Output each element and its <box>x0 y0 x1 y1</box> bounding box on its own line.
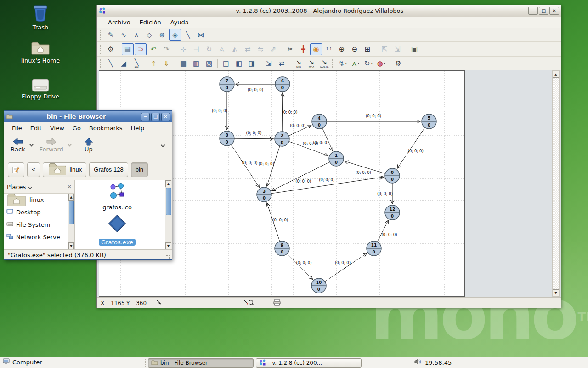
files-scrollbar[interactable]: ▲ ▼ <box>165 180 172 249</box>
places-scroll-down[interactable]: ▼ <box>68 242 74 249</box>
menu-archivo[interactable]: Archivo <box>103 18 135 27</box>
file-item-grafos-ico[interactable]: grafos.ico <box>90 183 145 211</box>
edge-weight-tool-button[interactable]: ◢ <box>118 58 130 69</box>
menu-bookmarks[interactable]: Bookmarks <box>85 123 127 133</box>
toolbar-grip[interactable] <box>100 45 102 54</box>
desktop-icon-trash[interactable]: Trash <box>15 4 66 31</box>
graph-node-11[interactable]: 110 <box>367 241 381 256</box>
menu-ayuda[interactable]: Ayuda <box>166 18 193 27</box>
toolbar-grip[interactable] <box>100 59 102 68</box>
path-button-linux[interactable]: linux <box>43 162 87 177</box>
screenshot-button[interactable]: ▣ <box>408 43 420 55</box>
files-scroll-up[interactable]: ▲ <box>165 180 171 187</box>
undo-button[interactable]: ↶ <box>147 43 159 55</box>
graph-node-3[interactable]: 30 <box>257 187 271 202</box>
maximize-button[interactable]: □ <box>151 113 160 121</box>
file-item-grafos-exe[interactable]: Grafos.exe <box>90 212 145 246</box>
edge-number-tool-button[interactable]: ╲123 <box>130 58 142 69</box>
workspace-options-button[interactable]: ⚙ <box>105 43 117 55</box>
place-item-linux[interactable]: linux <box>4 194 74 206</box>
polyline-graph-button[interactable]: ∿ <box>118 29 130 41</box>
graph-node-5[interactable]: 50 <box>422 114 436 129</box>
file-browser-titlebar[interactable]: bin - File Browser ─□✕ <box>4 111 172 122</box>
close-button[interactable]: ✕ <box>161 113 170 121</box>
freehand-draw-button[interactable]: ✎ <box>105 29 117 41</box>
import-graph-button[interactable]: ⇑ <box>147 58 159 69</box>
menu-edit[interactable]: Edit <box>26 123 46 133</box>
minimum-path-button[interactable]: ↘MIN <box>293 58 305 69</box>
graph-node-4[interactable]: 40 <box>312 114 327 129</box>
shrink-canvas-button[interactable]: ◨ <box>246 58 258 69</box>
files-scroll-thumb[interactable] <box>166 188 171 215</box>
minimize-button[interactable]: ─ <box>528 7 538 15</box>
path-button-bin[interactable]: bin <box>131 162 148 177</box>
cost-path-button[interactable]: ↘COSTE <box>318 58 330 69</box>
maximum-path-button[interactable]: ↘MAX <box>305 58 317 69</box>
menu-view[interactable]: View <box>46 123 68 133</box>
place-item-network-serve[interactable]: Network Serve <box>4 231 74 243</box>
graph-node-7[interactable]: 70 <box>220 77 234 92</box>
computer-menu[interactable]: Computer <box>3 358 42 366</box>
toolbar-grip[interactable] <box>100 30 102 40</box>
edge-tool-button[interactable]: ╲ <box>105 58 117 69</box>
back-button[interactable]: Back <box>7 136 29 154</box>
paste-image-button[interactable]: ▧ <box>203 58 215 69</box>
menu-help[interactable]: Help <box>127 123 149 133</box>
desktop-icon-floppy-drive[interactable]: Floppy Drive <box>15 78 66 100</box>
up-button[interactable]: Up <box>80 136 97 154</box>
zoom-in-button[interactable]: ⊕ <box>336 43 348 55</box>
cut-selection-button[interactable]: ✂ <box>284 43 296 55</box>
graph-node-10[interactable]: 100 <box>311 278 326 293</box>
desktop-icon-linux-s-home[interactable]: linux's Home <box>15 40 66 64</box>
canvas-vertical-scrollbar[interactable]: ▲ ▼ <box>552 70 560 297</box>
close-button[interactable]: ✕ <box>549 7 559 15</box>
minimize-button[interactable]: ─ <box>141 113 150 121</box>
graph-node-12[interactable]: 120 <box>385 205 400 220</box>
graph-node-2[interactable]: 20 <box>275 132 289 146</box>
places-scroll-thumb[interactable] <box>69 201 74 224</box>
graph-node-9[interactable]: 90 <box>275 241 289 256</box>
toggle-location-entry-button[interactable] <box>8 162 24 177</box>
wheel-graph-button[interactable]: ⊛ <box>156 29 168 41</box>
snap-nodes-button[interactable]: ╋ <box>297 43 309 55</box>
path-algorithms-button[interactable]: ↯▾ <box>337 58 349 69</box>
path-button-grafos-128[interactable]: Grafos 128 <box>89 162 128 177</box>
taskbar-item-file-browser[interactable]: bin - File Browser <box>148 358 254 368</box>
zoom-selection-button[interactable]: ◉ <box>310 43 322 55</box>
zoom-out-button[interactable]: ⊖ <box>349 43 361 55</box>
snap-magnet-button[interactable]: ⊃ <box>135 43 147 55</box>
place-item-file-system[interactable]: File System <box>4 218 74 231</box>
menu-file[interactable]: File <box>8 123 26 133</box>
coloring-algorithms-button[interactable]: ◍▾ <box>375 58 387 69</box>
free-graph-button[interactable]: ◈ <box>169 29 181 41</box>
resize-canvas-button[interactable]: ⇲ <box>263 58 275 69</box>
edge-8-2[interactable] <box>234 138 273 139</box>
tree-algorithms-button[interactable]: ⋏▾ <box>350 58 362 69</box>
save-image-button[interactable]: ▤ <box>177 58 189 69</box>
toolbar-grip[interactable] <box>332 59 334 68</box>
places-close-icon[interactable]: ✕ <box>67 184 72 190</box>
pan-canvas-button[interactable]: ◫ <box>220 58 232 69</box>
clock-applet[interactable]: 19:58:45 <box>414 358 452 367</box>
graph-node-1[interactable]: 10 <box>329 151 344 166</box>
places-scrollbar[interactable]: ▲ ▼ <box>68 194 74 249</box>
cycle-graph-button[interactable]: ◇ <box>143 29 155 41</box>
forward-history-chevron[interactable] <box>67 142 72 147</box>
scroll-down-button[interactable]: ▼ <box>553 289 559 296</box>
expand-canvas-button[interactable]: ◧ <box>233 58 245 69</box>
graph-node-0[interactable]: 00 <box>385 168 400 183</box>
cycle-algorithms-button[interactable]: ↻▾ <box>362 58 374 69</box>
graph-options-button[interactable]: ⚙ <box>392 58 404 69</box>
redo-button[interactable]: ↷ <box>160 43 172 55</box>
graph-node-8[interactable]: 80 <box>220 131 234 146</box>
swap-orientation-button[interactable]: ⇄ <box>276 58 288 69</box>
resize-grip[interactable] <box>166 254 170 259</box>
zoom-fit-button[interactable]: ⊞ <box>362 43 373 55</box>
tree-graph-button[interactable]: ⋏ <box>130 29 142 41</box>
toolbar-overflow-chevron[interactable] <box>161 143 165 148</box>
zoom-actual-button[interactable]: 1:1 <box>323 43 335 55</box>
menu-go[interactable]: Go <box>68 123 85 133</box>
taskbar-item-grafos[interactable]: - v. 1.2.8 (cc) 200... <box>256 358 362 368</box>
places-selector-chevron[interactable] <box>28 185 32 189</box>
graph-node-6[interactable]: 60 <box>275 77 290 92</box>
